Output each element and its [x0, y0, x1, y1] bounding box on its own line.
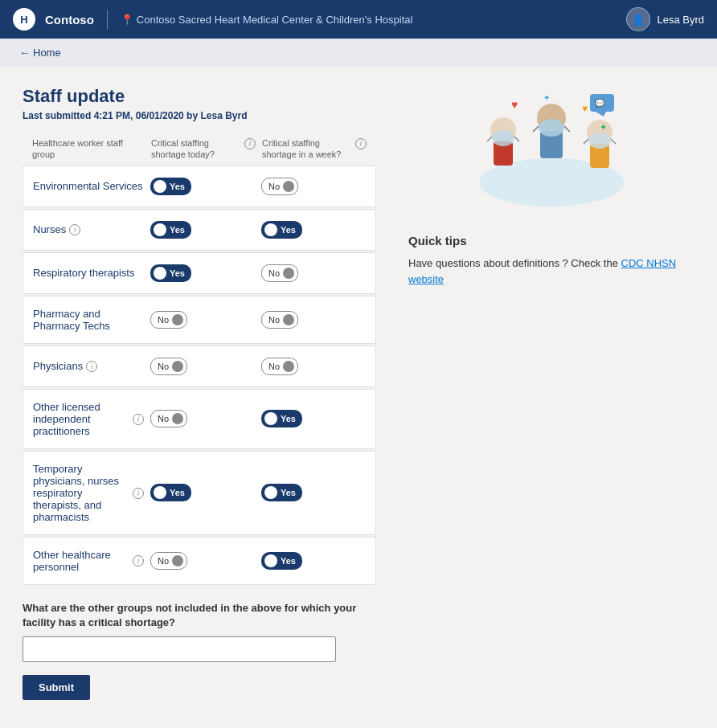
staff-name: Other healthcare personnel [33, 549, 129, 573]
quick-tips-title: Quick tips [408, 234, 694, 247]
quick-tips-before: Have questions about definitions ? Check… [408, 257, 621, 269]
toggle-button[interactable]: Yes [261, 221, 366, 239]
back-label: Home [33, 47, 61, 59]
toggle-button[interactable]: No [261, 311, 366, 329]
back-link[interactable]: ← Home [19, 47, 61, 59]
toggle-yes-label: Yes [281, 225, 296, 235]
toggle-circle [283, 181, 294, 192]
toggle-off[interactable]: No [150, 410, 187, 427]
toggle-button[interactable]: Yes [261, 484, 366, 501]
svg-marker-21 [596, 112, 606, 117]
staff-name: Physicians [33, 360, 83, 372]
toggle-button[interactable]: No [150, 358, 255, 375]
toggle-button[interactable]: Yes [150, 264, 255, 282]
week-toggle-cell: Yes [261, 410, 366, 427]
toggle-on[interactable]: Yes [261, 410, 302, 427]
toggle-on[interactable]: Yes [261, 484, 302, 501]
toggle-button[interactable]: No [150, 552, 255, 570]
submitted-time: 4:21 PM, 06/01/2020 [94, 110, 184, 121]
toggle-circle [264, 223, 277, 236]
today-toggle-cell: Yes [150, 264, 255, 282]
table-row: Nursesi Yes Yes [23, 209, 376, 251]
svg-text:💬: 💬 [595, 98, 605, 108]
toggle-no-label: No [268, 362, 280, 371]
toggle-yes-label: Yes [281, 488, 296, 497]
toggle-button[interactable]: Yes [150, 221, 255, 239]
toggle-on[interactable]: Yes [150, 264, 191, 282]
toggle-on[interactable]: Yes [261, 221, 302, 239]
col-today-header: Critical staffing shortage today? i [151, 137, 256, 161]
toggle-button[interactable]: No [261, 178, 366, 195]
toggle-off[interactable]: No [150, 358, 187, 375]
toggle-circle [264, 486, 277, 499]
toggle-button[interactable]: Yes [150, 178, 255, 195]
toggle-circle [154, 267, 166, 280]
week-toggle-cell: No [261, 358, 366, 375]
main-content: Staff update Last submitted 4:21 PM, 06/… [0, 67, 717, 719]
toggle-circle [172, 361, 183, 372]
week-toggle-cell: No [261, 311, 366, 329]
staff-info-icon[interactable]: i [133, 555, 144, 566]
staff-name-cell: Environmental Services [33, 180, 144, 192]
staff-info-icon[interactable]: i [133, 488, 144, 499]
toggle-off[interactable]: No [150, 552, 187, 570]
toggle-button[interactable]: No [150, 311, 255, 329]
toggle-button[interactable]: Yes [261, 552, 366, 570]
toggle-on[interactable]: Yes [150, 178, 191, 195]
toggle-button[interactable]: No [261, 358, 366, 375]
toggle-button[interactable]: Yes [150, 484, 255, 501]
staff-illustration: ♥ ♥ ✦ ✦ 💬 [463, 86, 640, 215]
week-info-icon[interactable]: i [355, 138, 367, 149]
last-submitted-label: Last submitted [23, 110, 91, 121]
svg-point-13 [588, 133, 611, 149]
toggle-yes-label: Yes [170, 182, 185, 191]
staff-name-cell: Temporary physicians, nurses respiratory… [33, 463, 144, 523]
toggle-on[interactable]: Yes [150, 221, 191, 239]
toggle-button[interactable]: Yes [261, 410, 366, 427]
staff-rows-container: Environmental Services Yes No Nursesi Ye… [23, 166, 376, 585]
breadcrumb-bar: ← Home [0, 39, 717, 67]
toggle-circle [172, 555, 183, 566]
location-label: 📍 Contoso Sacred Heart Medical Center & … [121, 14, 413, 26]
toggle-circle [154, 180, 166, 193]
brand-name: Contoso [45, 13, 94, 27]
toggle-off[interactable]: No [261, 264, 298, 282]
today-toggle-cell: No [150, 311, 255, 329]
table-row: Physiciansi No No [23, 346, 376, 387]
user-name: Lesa Byrd [657, 14, 704, 26]
staff-info-icon[interactable]: i [133, 414, 144, 425]
nav-left: H Contoso 📍 Contoso Sacred Heart Medical… [13, 8, 412, 31]
toggle-circle [283, 361, 294, 372]
staff-name-cell: Pharmacy and Pharmacy Techs [33, 308, 144, 332]
svg-text:♥: ♥ [511, 98, 518, 111]
toggle-on[interactable]: Yes [150, 484, 191, 501]
user-avatar[interactable]: 👤 [626, 7, 650, 31]
toggle-off[interactable]: No [261, 358, 298, 375]
toggle-off[interactable]: No [261, 178, 298, 195]
toggle-button[interactable]: No [261, 264, 366, 282]
left-panel: Staff update Last submitted 4:21 PM, 06/… [23, 86, 376, 700]
toggle-no-label: No [268, 315, 280, 325]
table-row: Other licensed independent practitioners… [23, 389, 376, 449]
toggle-button[interactable]: No [150, 410, 255, 427]
quick-tips-text: Have questions about definitions ? Check… [408, 256, 694, 287]
today-toggle-cell: No [150, 552, 255, 570]
today-toggle-cell: No [150, 410, 255, 427]
col-week-label: Critical staffing shortage in a week? [262, 137, 352, 161]
other-groups-input[interactable] [23, 636, 336, 662]
toggle-off[interactable]: No [150, 311, 187, 329]
page-title: Staff update [23, 86, 376, 107]
staff-info-icon[interactable]: i [69, 224, 80, 235]
week-toggle-cell: Yes [261, 552, 366, 570]
svg-line-9 [533, 126, 539, 132]
staff-name-cell: Nursesi [33, 223, 144, 235]
app-logo: H [13, 8, 35, 31]
today-info-icon[interactable]: i [244, 138, 256, 149]
staff-info-icon[interactable]: i [86, 361, 97, 372]
toggle-off[interactable]: No [261, 311, 298, 329]
submit-button[interactable]: Submit [23, 675, 90, 700]
toggle-circle [172, 413, 183, 424]
week-toggle-cell: No [261, 264, 366, 282]
toggle-on[interactable]: Yes [261, 552, 302, 570]
today-toggle-cell: No [150, 358, 255, 375]
